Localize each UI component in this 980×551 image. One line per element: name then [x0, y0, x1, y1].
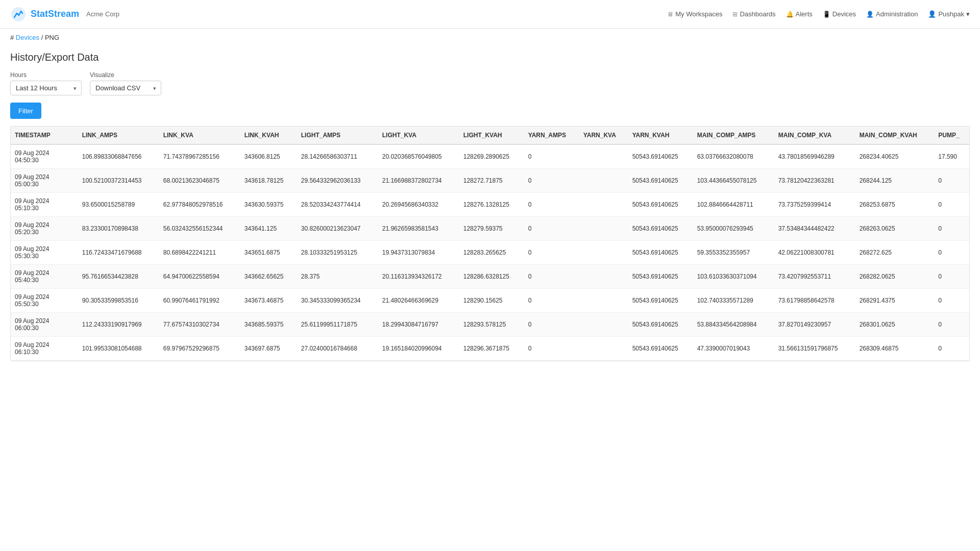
logo-icon: [10, 6, 27, 22]
cell-link-kva: 71.74378967285156: [159, 144, 240, 169]
user-menu[interactable]: 👤 Pushpak ▾: [928, 10, 970, 18]
col-link-kvah: LINK_KVAH: [240, 127, 297, 144]
col-link-kva: LINK_KVA: [159, 127, 240, 144]
cell-link-kvah: 343641.125: [240, 217, 297, 241]
cell-yarn-kvah: 50543.69140625: [628, 265, 693, 289]
filter-button[interactable]: Filter: [10, 103, 41, 119]
cell-link-kvah: 343618.78125: [240, 169, 297, 193]
cell-main-comp-kva: 73.61798858642578: [774, 289, 855, 313]
cell-yarn-amps: 0: [524, 169, 579, 193]
col-yarn-kva: YARN_KVA: [579, 127, 628, 144]
cell-main-comp-kvah: 268244.125: [855, 169, 935, 193]
col-yarn-kvah: YARN_KVAH: [628, 127, 693, 144]
cell-yarn-kvah: 50543.69140625: [628, 289, 693, 313]
cell-pump: 17.590: [934, 144, 969, 169]
cell-main-comp-amps: 102.8846664428711: [693, 193, 774, 217]
hours-select[interactable]: Last 12 Hours Last 24 Hours Last 7 Days …: [10, 81, 82, 95]
cell-link-amps: 90.30533599853516: [78, 289, 159, 313]
cell-link-amps: 100.52100372314453: [78, 169, 159, 193]
table-row: 09 Aug 202405:40:3095.7616653442382864.9…: [11, 265, 969, 289]
cell-link-kvah: 343673.46875: [240, 289, 297, 313]
cell-pump: 0: [934, 313, 969, 337]
cell-light-kva: 18.29943084716797: [378, 313, 459, 337]
cell-main-comp-kva: 43.78018569946289: [774, 144, 855, 169]
cell-main-comp-amps: 102.7403335571289: [693, 289, 774, 313]
cell-yarn-kva: [579, 217, 628, 241]
cell-link-kvah: 343630.59375: [240, 193, 297, 217]
cell-link-kva: 62.977848052978516: [159, 193, 240, 217]
cell-yarn-kva: [579, 313, 628, 337]
col-main-comp-kva: MAIN_COMP_KVA: [774, 127, 855, 144]
cell-main-comp-amps: 103.44366455078125: [693, 169, 774, 193]
data-table: TIMESTAMP LINK_AMPS LINK_KVA LINK_KVAH L…: [11, 127, 969, 361]
workspaces-icon: 🖥: [667, 11, 673, 18]
cell-yarn-kva: [579, 193, 628, 217]
cell-timestamp: 09 Aug 202406:10:30: [11, 337, 78, 361]
cell-timestamp: 09 Aug 202405:30:30: [11, 241, 78, 265]
cell-light-amps: 28.14266586303711: [297, 144, 378, 169]
cell-main-comp-kvah: 268301.0625: [855, 313, 935, 337]
cell-main-comp-amps: 103.61033630371094: [693, 265, 774, 289]
cell-link-kva: 80.6898422241211: [159, 241, 240, 265]
logo-text: StatStream: [31, 9, 79, 19]
cell-light-amps: 27.02400016784668: [297, 337, 378, 361]
cell-main-comp-kvah: 268282.0625: [855, 265, 935, 289]
cell-link-amps: 116.72433471679688: [78, 241, 159, 265]
cell-timestamp: 09 Aug 202405:20:30: [11, 217, 78, 241]
cell-yarn-amps: 0: [524, 217, 579, 241]
cell-yarn-kvah: 50543.69140625: [628, 217, 693, 241]
cell-main-comp-kva: 42.06221008300781: [774, 241, 855, 265]
cell-pump: 0: [934, 193, 969, 217]
nav-devices[interactable]: 📱 Devices: [823, 10, 856, 18]
hours-label: Hours: [10, 71, 82, 79]
col-light-amps: LIGHT_AMPS: [297, 127, 378, 144]
cell-main-comp-kva: 31.566131591796875: [774, 337, 855, 361]
company-name: Acme Corp: [86, 10, 119, 18]
col-light-kvah: LIGHT_KVAH: [459, 127, 524, 144]
nav-alerts[interactable]: 🔔 Alerts: [786, 10, 813, 18]
cell-light-kvah: 128296.3671875: [459, 337, 524, 361]
cell-light-kvah: 128290.15625: [459, 289, 524, 313]
cell-yarn-kvah: 50543.69140625: [628, 313, 693, 337]
breadcrumb-devices-link[interactable]: Devices: [16, 34, 39, 41]
cell-pump: 0: [934, 289, 969, 313]
user-icon: 👤: [928, 10, 936, 18]
cell-link-kvah: 343697.6875: [240, 337, 297, 361]
visualize-select-wrapper: Download CSV Chart View: [90, 81, 161, 95]
cell-yarn-kva: [579, 241, 628, 265]
cell-light-amps: 28.10333251953125: [297, 241, 378, 265]
cell-link-amps: 93.6500015258789: [78, 193, 159, 217]
cell-light-amps: 30.826000213623047: [297, 217, 378, 241]
table-body: 09 Aug 202404:50:30106.8983306884765671.…: [11, 144, 969, 361]
cell-main-comp-kvah: 268234.40625: [855, 144, 935, 169]
nav-dashboards[interactable]: ⊞ Dashboards: [732, 10, 775, 18]
nav-workspaces[interactable]: 🖥 My Workspaces: [667, 10, 722, 18]
cell-yarn-amps: 0: [524, 144, 579, 169]
cell-main-comp-kvah: 268291.4375: [855, 289, 935, 313]
visualize-select[interactable]: Download CSV Chart View: [90, 81, 161, 95]
breadcrumb: # Devices / PNG: [0, 29, 980, 46]
cell-timestamp: 09 Aug 202404:50:30: [11, 144, 78, 169]
cell-yarn-kvah: 50543.69140625: [628, 241, 693, 265]
cell-light-amps: 29.564332962036133: [297, 169, 378, 193]
nav-administration[interactable]: 👤 Administration: [866, 10, 918, 18]
cell-light-kva: 20.020368576049805: [378, 144, 459, 169]
cell-main-comp-kva: 73.4207992553711: [774, 265, 855, 289]
alerts-icon: 🔔: [786, 11, 794, 18]
cell-yarn-kva: [579, 337, 628, 361]
cell-yarn-amps: 0: [524, 289, 579, 313]
hours-select-wrapper: Last 12 Hours Last 24 Hours Last 7 Days …: [10, 81, 82, 95]
cell-light-kva: 20.26945686340332: [378, 193, 459, 217]
cell-link-kva: 60.99076461791992: [159, 289, 240, 313]
cell-main-comp-amps: 63.03766632080078: [693, 144, 774, 169]
cell-light-kva: 19.165184020996094: [378, 337, 459, 361]
cell-yarn-amps: 0: [524, 265, 579, 289]
table-row: 09 Aug 202405:10:3093.650001525878962.97…: [11, 193, 969, 217]
cell-pump: 0: [934, 241, 969, 265]
col-pump: PUMP_: [934, 127, 969, 144]
cell-pump: 0: [934, 169, 969, 193]
cell-pump: 0: [934, 265, 969, 289]
header: StatStream Acme Corp 🖥 My Workspaces ⊞ D…: [0, 0, 980, 29]
cell-yarn-amps: 0: [524, 313, 579, 337]
cell-timestamp: 09 Aug 202405:40:30: [11, 265, 78, 289]
